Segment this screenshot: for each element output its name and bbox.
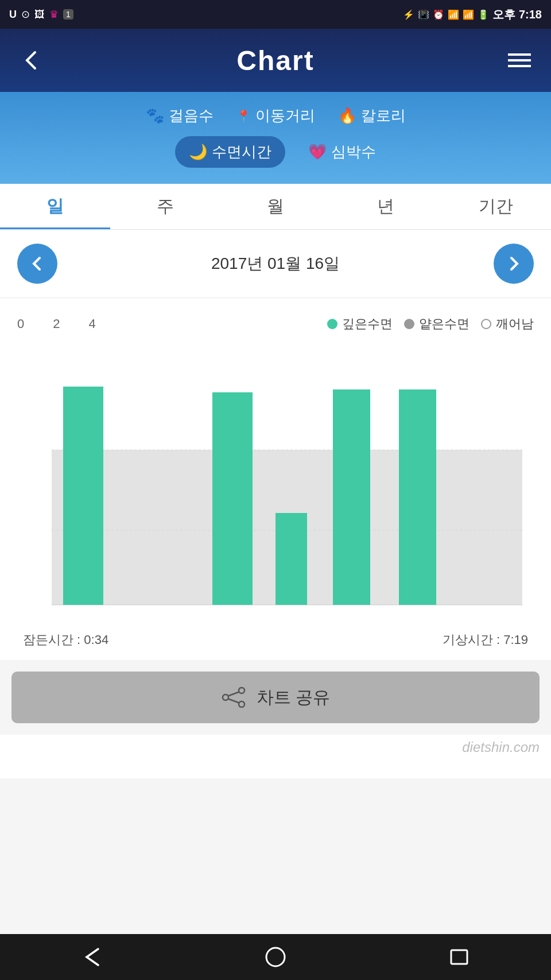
signal-icon: 📶 bbox=[463, 9, 474, 20]
wifi-icon: 📶 bbox=[448, 9, 459, 20]
filter-steps[interactable]: 🐾 걸음수 bbox=[146, 106, 214, 126]
svg-rect-10 bbox=[333, 389, 370, 605]
chart-bottom-labels: 잠든시간 : 0:34 기상시간 : 7:19 bbox=[11, 622, 540, 660]
calories-label: 칼로리 bbox=[361, 106, 406, 126]
bottom-nav bbox=[0, 934, 551, 980]
app-header: Chart bbox=[0, 29, 551, 92]
image-icon: 🖼 bbox=[34, 9, 45, 21]
sleep-start-label: 잠든시간 : 0:34 bbox=[23, 631, 108, 649]
tab-week[interactable]: 주 bbox=[110, 184, 220, 229]
deep-sleep-label: 깊은수면 bbox=[342, 315, 393, 333]
svg-rect-11 bbox=[399, 389, 436, 605]
status-bar-right: ⚡ 📳 ⏰ 📶 📶 🔋 오후 7:18 bbox=[403, 7, 542, 22]
y-label-2: 2 bbox=[53, 317, 60, 331]
calories-icon: 🔥 bbox=[338, 107, 356, 125]
watermark: dietshin.com bbox=[462, 739, 540, 755]
filter-row-1: 🐾 걸음수 📍 이동거리 🔥 칼로리 bbox=[146, 106, 406, 126]
u-icon: U bbox=[9, 9, 17, 21]
y-label-4: 4 bbox=[89, 317, 96, 331]
back-button[interactable] bbox=[17, 46, 46, 75]
svg-point-13 bbox=[239, 701, 245, 707]
svg-rect-9 bbox=[276, 513, 307, 605]
chart-legend: 깊은수면 얕은수면 깨어남 bbox=[327, 315, 534, 333]
filter-distance[interactable]: 📍 이동거리 bbox=[236, 106, 315, 126]
current-date: 2017년 01월 16일 bbox=[211, 253, 340, 275]
tab-year[interactable]: 년 bbox=[331, 184, 441, 229]
crown-icon: ♛ bbox=[49, 8, 59, 21]
legend-awake: 깨어남 bbox=[481, 315, 534, 333]
nav-back-button[interactable] bbox=[72, 937, 112, 977]
svg-rect-18 bbox=[451, 950, 467, 964]
page-title: Chart bbox=[236, 45, 314, 76]
bluetooth-icon: ⚡ bbox=[403, 9, 414, 20]
chart-container: 0 2 4 깊은수면 얕은수면 깨어남 bbox=[0, 298, 551, 660]
legend-light: 얕은수면 bbox=[404, 315, 469, 333]
nav-recent-button[interactable] bbox=[439, 937, 479, 977]
share-button-label: 차트 공유 bbox=[257, 686, 330, 709]
share-chart-button[interactable]: 차트 공유 bbox=[11, 672, 540, 723]
filter-heartrate[interactable]: 💗 심박수 bbox=[308, 142, 376, 162]
sleep-label: 수면시간 bbox=[212, 142, 271, 162]
one-badge-icon: 1 bbox=[63, 9, 73, 20]
heartrate-icon: 💗 bbox=[308, 143, 327, 161]
svg-line-15 bbox=[228, 692, 239, 696]
awake-label: 깨어남 bbox=[496, 315, 534, 333]
light-sleep-label: 얕은수면 bbox=[419, 315, 469, 333]
filter-calories[interactable]: 🔥 칼로리 bbox=[338, 106, 406, 126]
distance-label: 이동거리 bbox=[255, 106, 315, 126]
sleep-icon: 🌙 bbox=[189, 143, 207, 161]
nav-home-button[interactable] bbox=[255, 937, 296, 977]
status-bar: U ⊙ 🖼 ♛ 1 ⚡ 📳 ⏰ 📶 📶 🔋 오후 7:18 bbox=[0, 0, 551, 29]
tab-day[interactable]: 일 bbox=[0, 184, 110, 229]
tab-month[interactable]: 월 bbox=[220, 184, 331, 229]
awake-dot bbox=[481, 319, 491, 329]
tab-period[interactable]: 기간 bbox=[441, 184, 551, 229]
sleep-end-label: 기상시간 : 7:19 bbox=[443, 631, 528, 649]
clock-icon: ⏰ bbox=[433, 9, 444, 20]
legend-deep: 깊은수면 bbox=[327, 315, 393, 333]
menu-button[interactable] bbox=[505, 46, 534, 75]
svg-point-14 bbox=[223, 695, 228, 700]
svg-line-16 bbox=[228, 699, 239, 703]
svg-rect-8 bbox=[212, 392, 253, 605]
filter-sleep[interactable]: 🌙 수면시간 bbox=[175, 136, 285, 168]
light-sleep-dot bbox=[404, 319, 414, 329]
time-display: 오후 7:18 bbox=[492, 7, 542, 22]
steps-icon: 🐾 bbox=[146, 107, 164, 125]
date-nav: 2017년 01월 16일 bbox=[0, 230, 551, 298]
filter-row-2: 🌙 수면시간 💗 심박수 bbox=[175, 136, 376, 168]
period-tabs: 일 주 월 년 기간 bbox=[0, 184, 551, 230]
filter-bar: 🐾 걸음수 📍 이동거리 🔥 칼로리 🌙 수면시간 💗 심박수 bbox=[0, 92, 551, 184]
svg-point-17 bbox=[266, 948, 285, 966]
prev-date-button[interactable] bbox=[17, 244, 57, 284]
vibrate-icon: 📳 bbox=[418, 9, 429, 20]
steps-label: 걸음수 bbox=[169, 106, 214, 126]
battery-icon: 🔋 bbox=[478, 9, 489, 20]
status-bar-left: U ⊙ 🖼 ♛ 1 bbox=[9, 8, 73, 21]
svg-rect-7 bbox=[63, 387, 103, 605]
circle-dot-icon: ⊙ bbox=[21, 8, 30, 21]
y-label-0: 0 bbox=[17, 317, 24, 331]
svg-point-12 bbox=[239, 688, 245, 693]
distance-icon: 📍 bbox=[236, 109, 251, 123]
deep-sleep-dot bbox=[327, 319, 337, 329]
chart-svg bbox=[11, 335, 540, 622]
share-icon bbox=[221, 687, 246, 708]
next-date-button[interactable] bbox=[494, 244, 534, 284]
heartrate-label: 심박수 bbox=[331, 142, 376, 162]
